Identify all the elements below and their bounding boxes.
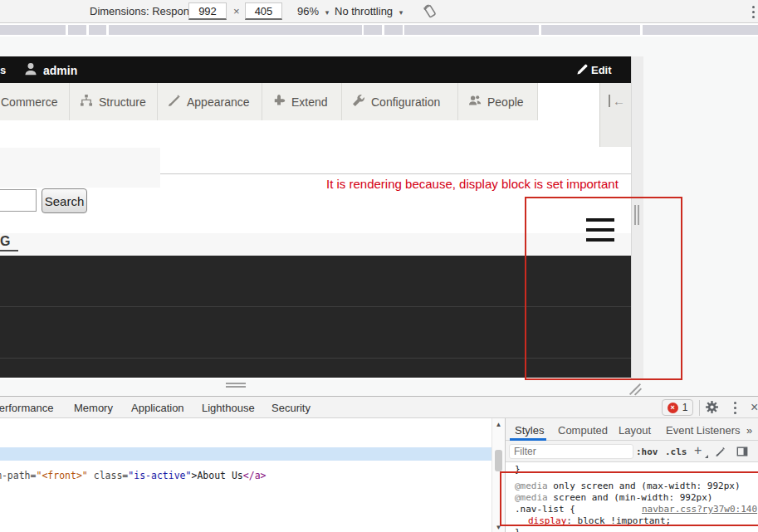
media-query-segment[interactable] [541,25,640,35]
menu-tab-label: People [487,95,524,109]
edit-button[interactable]: Edit [591,64,612,76]
zoom-value: 96% [297,5,319,17]
media-query-segment[interactable] [364,25,382,35]
styles-tab-bar: Styles Computed Layout Event Listeners » [506,418,758,441]
tab-lighthouse[interactable]: Lighthouse [202,402,255,414]
admin-bar-clipped-item[interactable]: s [0,64,6,76]
tab-memory[interactable]: Memory [74,402,113,414]
menu-tab-extend[interactable]: Extend [262,83,342,120]
menu-tab-configuration[interactable]: Configuration [342,83,458,120]
tab-event-listeners[interactable]: Event Listeners [666,424,741,437]
dom-code-line[interactable]: m-path="<front>" class="is-active">About… [0,470,267,481]
more-tabs-icon[interactable]: » [746,424,752,437]
search-input[interactable] [0,189,37,212]
chevron-down-icon: ▾ [325,8,330,17]
css-brace[interactable]: } [515,527,521,532]
more-options-icon[interactable] [752,6,755,8]
media-query-segment[interactable] [384,25,403,35]
pseudo-state-toggle[interactable]: :hov [636,447,658,457]
elements-panel: m-path="<front>" class="is-active">About… [0,418,505,532]
media-query-bar [0,23,758,37]
styles-filter-bar: :hov .cls + [506,441,758,462]
error-icon: × [668,403,678,413]
tab-application[interactable]: Application [131,402,184,414]
console-error-badge[interactable]: × 1 [662,399,693,416]
puzzle-icon [272,94,286,110]
menu-tab-structure[interactable]: Structure [70,83,158,120]
tray-collapse-region: ← [599,83,631,147]
people-icon [468,94,482,110]
tab-layout[interactable]: Layout [619,424,651,437]
tab-security[interactable]: Security [271,402,311,414]
rotate-viewport-icon[interactable] [422,3,438,22]
menu-tab-label: Appearance [187,95,250,109]
text-node: About Us [197,470,242,481]
device-toolbar: Dimensions: Responsive ▾ × 96% ▾ No thro… [0,0,758,23]
tab-styles[interactable]: Styles [515,424,544,437]
admin-menu-tray: Commerce Structure Appearance Extend Con… [0,83,631,147]
gear-icon[interactable] [705,400,719,417]
media-query-segment[interactable] [643,25,758,35]
attr-value: "is-active" [128,470,191,481]
nav-heading-underline [0,250,18,251]
viewport-width-input[interactable] [188,2,227,20]
menu-tab-label: Configuration [371,95,440,109]
media-query-segment[interactable] [89,25,106,35]
zoom-dropdown[interactable]: 96% ▾ [297,5,329,17]
admin-user-link[interactable]: admin [43,64,77,77]
rendering-brush-icon[interactable] [715,446,726,461]
user-icon [23,61,38,80]
sitemap-icon [80,94,93,110]
annotation-rectangle-css-rule [500,471,758,526]
viewport-height-input[interactable] [245,2,282,20]
menu-tab-commerce[interactable]: Commerce [0,83,70,120]
element-class-toggle[interactable]: .cls [665,447,687,457]
resize-handle-bar [226,383,246,384]
collapse-left-icon[interactable]: ← [609,95,625,107]
media-query-segment[interactable] [404,25,539,35]
multiply-sign: × [233,5,240,17]
menu-tab-people[interactable]: People [458,83,538,120]
pencil-icon [576,63,589,79]
close-icon[interactable]: × [751,400,758,415]
menu-tab-appearance[interactable]: Appearance [158,83,262,120]
error-count: 1 [682,402,688,413]
attr-name: m-path [0,470,31,481]
attr-value: "<front>" [36,470,87,481]
new-style-rule-button[interactable]: + [694,443,702,458]
closing-tag: </a> [243,470,267,481]
annotation-rectangle-hamburger [525,197,682,380]
tab-performance[interactable]: Performance [0,402,53,414]
chevron-down-icon: ▾ [399,8,403,17]
scroll-up-icon[interactable]: ▲ [492,421,505,428]
throttling-dropdown[interactable]: No throttling ▾ [335,5,403,17]
toolbar-separator [699,400,700,416]
attr-name: class [94,470,123,481]
media-query-segment[interactable] [68,25,86,35]
media-query-segment[interactable] [109,25,362,35]
throttling-label: No throttling [335,5,393,17]
search-button[interactable]: Search [42,188,87,213]
new-style-rule-dropdown [705,455,708,458]
devtools-tab-bar: Performance Memory Application Lighthous… [0,397,758,418]
nav-heading-clipped: G [0,234,10,249]
menu-tab-label: Extend [291,95,328,109]
wrench-icon [352,94,365,110]
search-block-background [0,148,160,188]
styles-filter-input[interactable] [509,444,633,459]
annotation-text: It is rendering because, display block i… [326,177,619,191]
menu-tab-label: Structure [99,95,146,109]
scrollbar-thumb[interactable] [495,450,502,471]
more-options-icon[interactable] [734,402,736,404]
media-query-segment[interactable] [0,25,66,35]
resize-handle-bar [226,386,246,388]
selected-dom-row[interactable] [0,447,491,461]
drupal-admin-bar: s admin Edit [0,56,631,83]
brush-icon [168,94,181,110]
browser-window: Dimensions: Responsive ▾ × 96% ▾ No thro… [0,0,758,532]
computed-sidebar-toggle-icon[interactable] [736,446,748,461]
tab-computed[interactable]: Computed [558,424,608,437]
menu-tab-label: Commerce [1,95,57,109]
